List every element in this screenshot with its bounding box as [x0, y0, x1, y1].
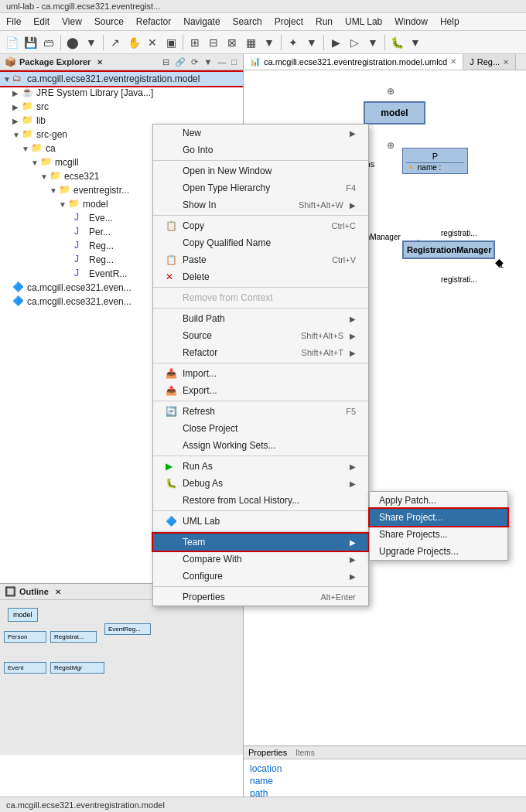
toolbar-hand[interactable]: ✋ — [125, 34, 142, 51]
panel-maximize[interactable]: □ — [230, 57, 238, 67]
prop-name: name — [250, 775, 520, 787]
menu-umllab[interactable]: UML Lab — [339, 15, 388, 29]
menu-file[interactable]: File — [0, 15, 27, 29]
ctx-configure[interactable]: Configure ▶ — [153, 568, 368, 585]
ctx-assign-working-sets[interactable]: Assign Working Sets... — [153, 437, 368, 454]
panel-minimize[interactable]: — — [216, 57, 227, 67]
tab-reg-close[interactable]: ✕ — [503, 58, 509, 67]
srcgen-icon: 📁 — [22, 128, 34, 141]
ecse321-icon: 📁 — [50, 170, 62, 183]
outline-thumb6: EventReg... — [104, 623, 151, 635]
toolbar-star[interactable]: ✦ — [285, 34, 302, 51]
ctx-import-icon: 📥 — [166, 368, 179, 379]
ctx-new[interactable]: New ▶ — [153, 125, 368, 142]
toolbar-play[interactable]: ▶ — [327, 34, 344, 51]
menu-refactor[interactable]: Refactor — [130, 15, 177, 29]
tree-arrow-eventreg: ▼ — [50, 186, 59, 195]
toolbar-dropdown4[interactable]: ▼ — [364, 34, 381, 51]
properties-items-label: Items — [295, 749, 314, 757]
menu-source[interactable]: Source — [88, 15, 130, 29]
ctx-paste[interactable]: 📋Paste Ctrl+V — [153, 251, 368, 268]
ctx-refresh[interactable]: 🔄Refresh F5 — [153, 403, 368, 420]
ctx-debug-as[interactable]: 🐛Debug As ▶ — [153, 475, 368, 492]
project-icon: 🗂 — [12, 73, 25, 85]
ctx-paste-icon: 📋 — [166, 254, 179, 265]
ctx-props-shortcut: Alt+Enter — [320, 592, 356, 602]
ctx-close-project[interactable]: Close Project — [153, 420, 368, 437]
ctx-copy[interactable]: 📋Copy Ctrl+C — [153, 217, 368, 234]
tab-reg[interactable]: J Reg... ✕ — [463, 54, 516, 70]
tree-project-root[interactable]: ▼ 🗂 ca.mcgill.ecse321.eventregistration.… — [0, 72, 243, 86]
mcgill-icon: 📁 — [40, 156, 53, 169]
ctx-team[interactable]: Team ▶ — [153, 534, 368, 551]
ctx-sep8 — [153, 510, 368, 511]
panel-link[interactable]: 🔗 — [173, 57, 187, 67]
toolbar-dropdown2[interactable]: ▼ — [261, 34, 278, 51]
tree-arrow-model: ▼ — [59, 200, 68, 209]
toolbar-square[interactable]: ▣ — [162, 34, 179, 51]
outline-close-icon[interactable]: ✕ — [55, 588, 61, 596]
toolbar-cursor[interactable]: ↗ — [107, 34, 124, 51]
tree-jre[interactable]: ▶ ☕ JRE System Library [Java...] — [0, 86, 243, 100]
ctx-gointo[interactable]: Go Into — [153, 142, 368, 159]
ctx-run-as[interactable]: ▶Run As ▶ — [153, 458, 368, 475]
toolbar-new[interactable]: 📄 — [3, 34, 20, 51]
ctx-copy-qualified[interactable]: Copy Qualified Name — [153, 234, 368, 251]
sub-upgrade-projects[interactable]: Upgrade Projects... — [370, 543, 507, 560]
ctx-show-in[interactable]: Show In Shift+Alt+W ▶ — [153, 196, 368, 213]
toolbar-grid2[interactable]: ⊟ — [205, 34, 222, 51]
panel-collapse-all[interactable]: ⊟ — [161, 57, 171, 67]
tree-src[interactable]: ▶ 📁 src — [0, 100, 243, 114]
ctx-source[interactable]: Source Shift+Alt+S ▶ — [153, 327, 368, 344]
ctx-compare-with[interactable]: Compare With ▶ — [153, 551, 368, 568]
sub-share-project[interactable]: Share Project... — [370, 509, 507, 526]
ctx-restore-local[interactable]: Restore from Local History... — [153, 492, 368, 509]
package-explorer-title: Package Explorer — [19, 57, 91, 67]
toolbar-grid3[interactable]: ⊠ — [224, 34, 241, 51]
menu-edit[interactable]: Edit — [27, 15, 56, 29]
ctx-refactor[interactable]: Refactor Shift+Alt+T ▶ — [153, 344, 368, 361]
person-header: P — [406, 150, 464, 163]
toolbar-save[interactable]: 💾 — [22, 34, 39, 51]
menu-window[interactable]: Window — [388, 15, 434, 29]
ctx-showin-arrow: ▶ — [350, 201, 356, 210]
panel-sync[interactable]: ⟳ — [190, 57, 200, 67]
toolbar-bug[interactable]: 🐛 — [388, 34, 405, 51]
ctx-build-path[interactable]: Build Path ▶ — [153, 310, 368, 327]
tab-umlcd[interactable]: 📊 ca.mcgill.ecse321.eventregistration.mo… — [244, 54, 463, 70]
toolbar-dropdown3[interactable]: ▼ — [303, 34, 320, 51]
eventreg-icon: 📁 — [59, 184, 71, 196]
menu-help[interactable]: Help — [434, 15, 466, 29]
sub-apply-patch[interactable]: Apply Patch... — [370, 492, 507, 509]
panel-menu[interactable]: ▼ — [202, 57, 213, 67]
ctx-umllab[interactable]: 🔷UML Lab — [153, 513, 368, 530]
ctx-open-new-window[interactable]: Open in New Window — [153, 162, 368, 179]
lib-label: lib — [36, 115, 46, 126]
model-icon: 📁 — [68, 198, 80, 210]
toolbar-dropdown1[interactable]: ▼ — [83, 34, 100, 51]
toolbar-grid4[interactable]: ▦ — [242, 34, 259, 51]
toolbar-save2[interactable]: 🗃 — [40, 34, 57, 51]
toolbar-dropdown5[interactable]: ▼ — [407, 34, 424, 51]
menu-search[interactable]: Search — [227, 15, 268, 29]
tab-umlcd-close[interactable]: ✕ — [450, 57, 456, 66]
ctx-import[interactable]: 📥Import... — [153, 365, 368, 382]
diagram-num2: 1 — [499, 260, 504, 269]
menu-navigate[interactable]: Navigate — [177, 15, 226, 29]
toolbar-play2[interactable]: ▷ — [346, 34, 363, 51]
menu-view[interactable]: View — [56, 15, 88, 29]
toolbar-circle[interactable]: ⬤ — [64, 34, 81, 51]
diagram-plus1: ⊕ — [387, 86, 394, 97]
eventreg-label: eventregistr... — [73, 185, 129, 196]
toolbar-cross[interactable]: ✕ — [144, 34, 161, 51]
panel-close-icon[interactable]: ✕ — [97, 58, 103, 67]
menu-run[interactable]: Run — [309, 15, 339, 29]
sub-share-projects[interactable]: Share Projects... — [370, 526, 507, 543]
ctx-delete[interactable]: ✕Delete — [153, 268, 368, 285]
menu-project[interactable]: Project — [268, 15, 309, 29]
jre-label: JRE System Library [Java...] — [36, 87, 153, 98]
ctx-export[interactable]: 📤Export... — [153, 382, 368, 399]
toolbar-grid[interactable]: ⊞ — [186, 34, 203, 51]
ctx-type-hierarchy[interactable]: Open Type Hierarchy F4 — [153, 179, 368, 196]
ctx-properties[interactable]: Properties Alt+Enter — [153, 589, 368, 606]
